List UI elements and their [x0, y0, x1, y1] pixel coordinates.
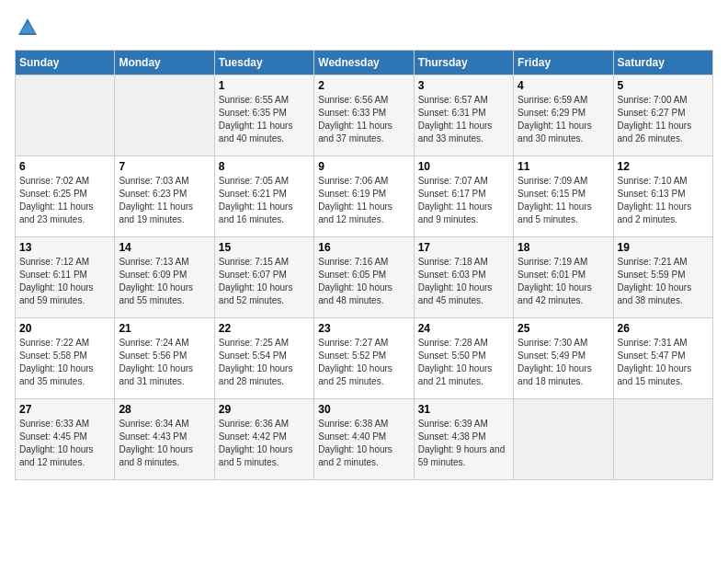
day-number: 14 — [119, 241, 210, 254]
day-number: 1 — [219, 79, 310, 92]
day-info: Sunrise: 7:12 AMSunset: 6:11 PMDaylight:… — [19, 256, 110, 307]
day-number: 24 — [418, 322, 509, 335]
calendar-day-cell: 8Sunrise: 7:05 AMSunset: 6:21 PMDaylight… — [214, 156, 313, 237]
day-info: Sunrise: 7:22 AMSunset: 5:58 PMDaylight:… — [19, 337, 110, 388]
day-info: Sunrise: 7:16 AMSunset: 6:05 PMDaylight:… — [318, 256, 409, 307]
calendar-day-cell: 11Sunrise: 7:09 AMSunset: 6:15 PMDayligh… — [514, 156, 613, 237]
day-number: 12 — [618, 160, 709, 173]
day-info: Sunrise: 6:36 AMSunset: 4:42 PMDaylight:… — [219, 418, 310, 469]
weekday-header: Thursday — [414, 51, 513, 75]
calendar-day-cell: 22Sunrise: 7:25 AMSunset: 5:54 PMDayligh… — [214, 318, 313, 399]
calendar-week-row: 6Sunrise: 7:02 AMSunset: 6:25 PMDaylight… — [16, 156, 713, 237]
calendar-day-cell: 27Sunrise: 6:33 AMSunset: 4:45 PMDayligh… — [16, 399, 115, 480]
day-info: Sunrise: 7:18 AMSunset: 6:03 PMDaylight:… — [418, 256, 509, 307]
day-number: 27 — [19, 403, 110, 416]
calendar-day-cell: 10Sunrise: 7:07 AMSunset: 6:17 PMDayligh… — [414, 156, 513, 237]
day-info: Sunrise: 7:24 AMSunset: 5:56 PMDaylight:… — [119, 337, 210, 388]
day-number: 17 — [418, 241, 509, 254]
weekday-header: Monday — [115, 51, 214, 75]
day-info: Sunrise: 7:13 AMSunset: 6:09 PMDaylight:… — [119, 256, 210, 307]
logo — [15, 15, 44, 40]
day-number: 20 — [19, 322, 110, 335]
day-info: Sunrise: 7:03 AMSunset: 6:23 PMDaylight:… — [119, 175, 210, 226]
calendar-day-cell — [16, 75, 115, 156]
calendar-day-cell: 5Sunrise: 7:00 AMSunset: 6:27 PMDaylight… — [613, 75, 712, 156]
calendar-day-cell: 30Sunrise: 6:38 AMSunset: 4:40 PMDayligh… — [314, 399, 414, 480]
day-info: Sunrise: 6:56 AMSunset: 6:33 PMDaylight:… — [318, 94, 409, 145]
calendar-day-cell: 16Sunrise: 7:16 AMSunset: 6:05 PMDayligh… — [314, 237, 414, 318]
day-number: 6 — [19, 160, 110, 173]
day-number: 21 — [119, 322, 210, 335]
day-number: 3 — [418, 79, 509, 92]
calendar-week-row: 20Sunrise: 7:22 AMSunset: 5:58 PMDayligh… — [16, 318, 713, 399]
calendar-day-cell: 24Sunrise: 7:28 AMSunset: 5:50 PMDayligh… — [414, 318, 513, 399]
calendar-day-cell: 1Sunrise: 6:55 AMSunset: 6:35 PMDaylight… — [214, 75, 313, 156]
weekday-header: Wednesday — [314, 51, 414, 75]
calendar-day-cell — [613, 399, 712, 480]
calendar-day-cell: 9Sunrise: 7:06 AMSunset: 6:19 PMDaylight… — [314, 156, 414, 237]
day-number: 2 — [318, 79, 409, 92]
day-number: 26 — [618, 322, 709, 335]
calendar-day-cell: 6Sunrise: 7:02 AMSunset: 6:25 PMDaylight… — [16, 156, 115, 237]
day-info: Sunrise: 7:31 AMSunset: 5:47 PMDaylight:… — [618, 337, 709, 388]
calendar-day-cell: 7Sunrise: 7:03 AMSunset: 6:23 PMDaylight… — [115, 156, 214, 237]
day-number: 16 — [318, 241, 409, 254]
day-number: 30 — [318, 403, 409, 416]
day-number: 13 — [19, 241, 110, 254]
day-info: Sunrise: 6:33 AMSunset: 4:45 PMDaylight:… — [19, 418, 110, 469]
day-number: 18 — [518, 241, 609, 254]
day-info: Sunrise: 7:00 AMSunset: 6:27 PMDaylight:… — [618, 94, 709, 145]
day-info: Sunrise: 6:38 AMSunset: 4:40 PMDaylight:… — [318, 418, 409, 469]
day-number: 23 — [318, 322, 409, 335]
calendar-day-cell: 23Sunrise: 7:27 AMSunset: 5:52 PMDayligh… — [314, 318, 414, 399]
calendar-day-cell: 2Sunrise: 6:56 AMSunset: 6:33 PMDaylight… — [314, 75, 414, 156]
page-header — [15, 15, 713, 40]
calendar-day-cell: 26Sunrise: 7:31 AMSunset: 5:47 PMDayligh… — [613, 318, 712, 399]
day-info: Sunrise: 6:34 AMSunset: 4:43 PMDaylight:… — [119, 418, 210, 469]
calendar-day-cell: 21Sunrise: 7:24 AMSunset: 5:56 PMDayligh… — [115, 318, 214, 399]
calendar-table: SundayMondayTuesdayWednesdayThursdayFrid… — [15, 50, 713, 480]
calendar-day-cell: 12Sunrise: 7:10 AMSunset: 6:13 PMDayligh… — [613, 156, 712, 237]
day-info: Sunrise: 6:57 AMSunset: 6:31 PMDaylight:… — [418, 94, 509, 145]
calendar-day-cell: 20Sunrise: 7:22 AMSunset: 5:58 PMDayligh… — [16, 318, 115, 399]
calendar-day-cell: 31Sunrise: 6:39 AMSunset: 4:38 PMDayligh… — [414, 399, 513, 480]
day-number: 15 — [219, 241, 310, 254]
day-info: Sunrise: 7:06 AMSunset: 6:19 PMDaylight:… — [318, 175, 409, 226]
calendar-day-cell: 4Sunrise: 6:59 AMSunset: 6:29 PMDaylight… — [514, 75, 613, 156]
day-info: Sunrise: 7:27 AMSunset: 5:52 PMDaylight:… — [318, 337, 409, 388]
day-info: Sunrise: 7:19 AMSunset: 6:01 PMDaylight:… — [518, 256, 609, 307]
calendar-day-cell: 3Sunrise: 6:57 AMSunset: 6:31 PMDaylight… — [414, 75, 513, 156]
day-info: Sunrise: 7:30 AMSunset: 5:49 PMDaylight:… — [518, 337, 609, 388]
weekday-header-row: SundayMondayTuesdayWednesdayThursdayFrid… — [16, 51, 713, 75]
logo-icon — [15, 15, 40, 40]
day-info: Sunrise: 6:55 AMSunset: 6:35 PMDaylight:… — [219, 94, 310, 145]
day-number: 31 — [418, 403, 509, 416]
calendar-day-cell: 14Sunrise: 7:13 AMSunset: 6:09 PMDayligh… — [115, 237, 214, 318]
day-number: 11 — [518, 160, 609, 173]
calendar-day-cell: 29Sunrise: 6:36 AMSunset: 4:42 PMDayligh… — [214, 399, 313, 480]
day-info: Sunrise: 7:07 AMSunset: 6:17 PMDaylight:… — [418, 175, 509, 226]
day-number: 5 — [618, 79, 709, 92]
calendar-day-cell: 25Sunrise: 7:30 AMSunset: 5:49 PMDayligh… — [514, 318, 613, 399]
calendar-week-row: 13Sunrise: 7:12 AMSunset: 6:11 PMDayligh… — [16, 237, 713, 318]
day-number: 28 — [119, 403, 210, 416]
day-info: Sunrise: 7:21 AMSunset: 5:59 PMDaylight:… — [618, 256, 709, 307]
day-number: 10 — [418, 160, 509, 173]
day-number: 9 — [318, 160, 409, 173]
day-info: Sunrise: 6:59 AMSunset: 6:29 PMDaylight:… — [518, 94, 609, 145]
calendar-week-row: 1Sunrise: 6:55 AMSunset: 6:35 PMDaylight… — [16, 75, 713, 156]
day-number: 25 — [518, 322, 609, 335]
day-info: Sunrise: 7:25 AMSunset: 5:54 PMDaylight:… — [219, 337, 310, 388]
weekday-header: Tuesday — [214, 51, 313, 75]
calendar-day-cell — [514, 399, 613, 480]
weekday-header: Sunday — [16, 51, 115, 75]
day-number: 8 — [219, 160, 310, 173]
day-info: Sunrise: 7:28 AMSunset: 5:50 PMDaylight:… — [418, 337, 509, 388]
day-number: 7 — [119, 160, 210, 173]
day-info: Sunrise: 7:02 AMSunset: 6:25 PMDaylight:… — [19, 175, 110, 226]
day-info: Sunrise: 6:39 AMSunset: 4:38 PMDaylight:… — [418, 418, 509, 469]
weekday-header: Saturday — [613, 51, 712, 75]
calendar-day-cell: 18Sunrise: 7:19 AMSunset: 6:01 PMDayligh… — [514, 237, 613, 318]
day-number: 29 — [219, 403, 310, 416]
svg-marker-1 — [20, 22, 35, 33]
